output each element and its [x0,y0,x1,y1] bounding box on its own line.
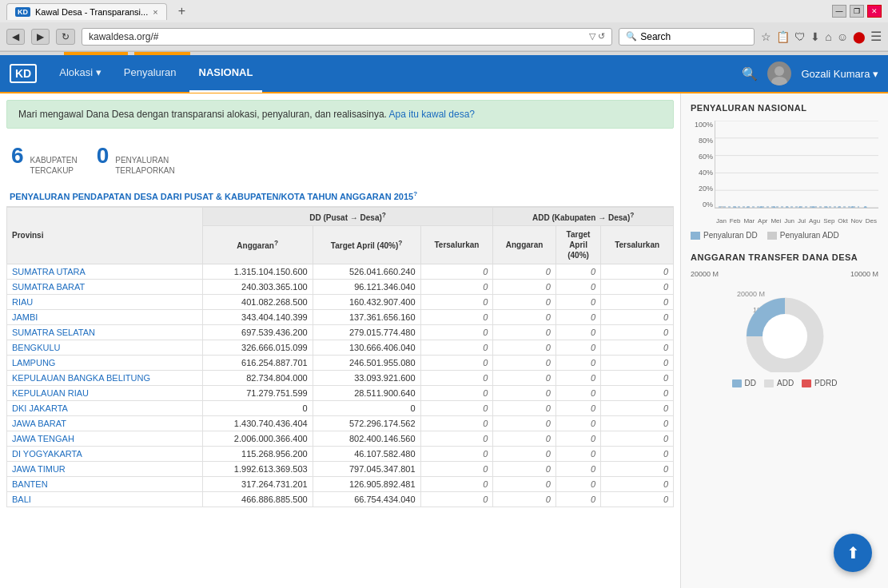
col-provinsi: Provinsi [7,207,203,264]
donut-dd-box [732,379,742,387]
x-des: Des [866,217,877,224]
target-cell: 96.121.346.040 [313,279,420,294]
add-tersalurkan-cell: 0 [601,324,674,340]
minimize-button[interactable]: — [832,5,846,18]
target-cell: 126.905.892.481 [313,476,420,491]
add-anggaran-cell: 0 [493,491,556,507]
add-anggaran-cell: 0 [493,294,556,309]
province-cell[interactable]: BANTEN [7,476,203,491]
donut-legend-add: ADD [764,379,794,387]
province-cell[interactable]: BALI [7,491,203,507]
province-cell[interactable]: SUMATRA UTARA [7,264,203,279]
table-row: JAWA TENGAH 2.006.000.366.400 802.400.14… [7,431,674,446]
close-button[interactable]: ✕ [867,5,882,18]
province-cell[interactable]: JAMBI [7,309,203,324]
donut-10000: 10000 M [850,270,878,278]
y-80: 80% [691,137,713,145]
penyaluran-label: PENYALURAN TERLAPORKAN [115,155,174,176]
back-button[interactable]: ◀ [6,29,25,45]
download-icon[interactable]: ⬇ [810,30,820,43]
legend-dd-box [691,232,700,240]
province-cell[interactable]: DKI JAKARTA [7,400,203,415]
nav-nasional[interactable]: NASIONAL [189,54,263,93]
banner-link[interactable]: Apa itu kawal desa? [389,109,475,120]
y-100: 100% [691,121,713,129]
tersalurkan-cell: 0 [420,431,493,446]
stat-kabupaten: 6 KABUPATEN TERCAKUP [11,143,78,176]
add-anggaran-cell: 0 [493,415,556,431]
user-name[interactable]: Gozali Kumara ▾ [801,68,878,80]
title-bar: KD Kawal Desa - Transparansi... × + — ❐ … [0,0,888,22]
stats-row: 6 KABUPATEN TERCAKUP 0 PENYALURAN TERLAP… [0,135,680,184]
browser-nav-icons: ☆ 📋 🛡 ⬇ ⌂ ☺ ⬤ ☰ [761,29,882,44]
add-tersalurkan-cell: 0 [601,491,674,507]
smiley-icon[interactable]: ☺ [837,30,848,43]
reader-icon[interactable]: 📋 [776,30,790,43]
bookmark-icon[interactable]: ☆ [761,30,771,43]
add-target-cell: 0 [555,400,600,415]
add-anggaran-cell: 0 [493,461,556,476]
anggaran-cell: 115.268.956.200 [202,446,313,461]
add-target-cell: 0 [555,415,600,431]
col-tersalurkan: Tersalurkan [420,225,493,264]
province-cell[interactable]: JAWA BARAT [7,415,203,431]
target-cell: 33.093.921.600 [313,370,420,385]
province-cell[interactable]: DI YOGYAKARTA [7,446,203,461]
target-cell: 797.045.347.801 [313,461,420,476]
x-labels: Jan Feb Mar Apr Mei Jun Jul Agu Sep Okt … [715,217,878,224]
left-panel: Mari mengawal Dana Desa dengan transpara… [0,93,680,588]
kd-logo[interactable]: KD [10,64,37,83]
province-cell[interactable]: KEPULAUAN RIAU [7,385,203,400]
restore-button[interactable]: ❐ [850,5,864,18]
province-cell[interactable]: LAMPUNG [7,355,203,370]
donut-add-box [764,379,774,387]
download-button[interactable]: ⬆ [834,534,872,572]
add-tersalurkan-cell: 0 [601,309,674,324]
province-cell[interactable]: JAWA TIMUR [7,461,203,476]
donut-wrap: 20000 M 10000 M [691,284,878,372]
add-target-cell: 0 [555,476,600,491]
menu-icon[interactable]: ☰ [870,29,882,44]
province-cell[interactable]: JAWA TENGAH [7,431,203,446]
shield-icon[interactable]: 🛡 [794,30,806,43]
browser-tab[interactable]: KD Kawal Desa - Transparansi... × [6,3,167,20]
svg-text:20000 M: 20000 M [737,290,765,298]
search-box[interactable]: 🔍 Search [619,28,755,46]
add-tersalurkan-cell: 0 [601,461,674,476]
new-tab-button[interactable]: + [172,2,192,20]
province-cell[interactable]: BENGKULU [7,340,203,355]
anggaran-cell: 401.082.268.500 [202,294,313,309]
app-header: KD Alokasi ▾ Penyaluran NASIONAL 🔍 Gozal… [0,55,888,93]
target-cell: 0 [313,400,420,415]
table-row: BALI 466.886.885.500 66.754.434.040 0 0 … [7,491,674,507]
province-cell[interactable]: SUMATRA BARAT [7,279,203,294]
table-row: SUMATRA BARAT 240.303.365.100 96.121.346… [7,279,674,294]
home-icon[interactable]: ⌂ [825,30,831,43]
main-table: Provinsi DD (Pusat → Desa)? ADD (Kabupat… [6,207,674,507]
address-bar[interactable]: kawaldesa.org/# ▽ ↺ [82,28,612,46]
nav-penyaluran[interactable]: Penyaluran [114,54,186,93]
anggaran-cell: 1.430.740.436.404 [202,415,313,431]
addon-icon[interactable]: ⬤ [853,30,866,43]
province-cell[interactable]: KEPULAUAN BANGKA BELITUNG [7,370,203,385]
legend-dd: Penyaluran DD [691,231,758,240]
y-60: 60% [691,153,713,161]
add-target-cell: 0 [555,385,600,400]
svg-point-25 [763,314,807,359]
add-tersalurkan-cell: 0 [601,279,674,294]
nav-alokasi[interactable]: Alokasi ▾ [50,54,111,93]
province-cell[interactable]: RIAU [7,294,203,309]
header-search-icon[interactable]: 🔍 [742,66,758,81]
add-tersalurkan-cell: 0 [601,415,674,431]
chart-legend: Penyaluran DD Penyaluran ADD [691,231,878,240]
search-icon: 🔍 [626,31,637,42]
donut-section: ANGGARAN TRANSFER DANA DESA 20000 M 1000… [691,252,878,387]
province-cell[interactable]: SUMATRA SELATAN [7,324,203,340]
tab-close-icon[interactable]: × [153,7,157,17]
forward-button[interactable]: ▶ [31,29,50,45]
right-panel: PENYALURAN NASIONAL 100% 80% 60% 40% 20%… [680,93,888,588]
add-anggaran-cell: 0 [493,431,556,446]
refresh-button[interactable]: ↻ [56,29,75,45]
table-row: SUMATRA SELATAN 697.539.436.200 279.015.… [7,324,674,340]
tersalurkan-cell: 0 [420,264,493,279]
